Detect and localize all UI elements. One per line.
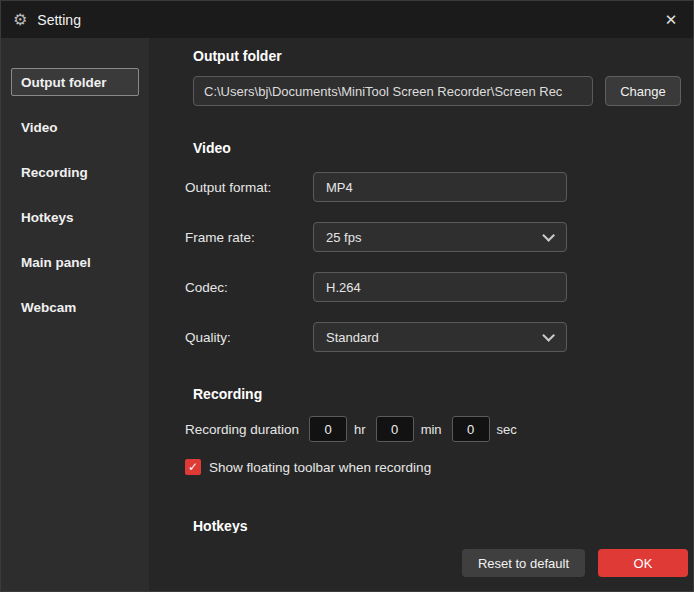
quality-row: Quality: Standard [185, 322, 681, 352]
output-format-field[interactable]: MP4 [313, 172, 567, 202]
sidebar: Output folder Video Recording Hotkeys Ma… [1, 38, 149, 592]
chevron-down-icon [542, 329, 555, 342]
hotkeys-section-title: Hotkeys [193, 518, 681, 533]
sidebar-item-label: Output folder [21, 75, 106, 90]
frame-rate-value: 25 fps [326, 230, 361, 245]
output-folder-path-value: C:\Users\bj\Documents\MiniTool Screen Re… [204, 84, 562, 99]
change-folder-button[interactable]: Change [605, 76, 681, 106]
codec-value: H.264 [326, 280, 361, 295]
sidebar-item-main-panel[interactable]: Main panel [11, 248, 139, 276]
change-folder-button-label: Change [620, 84, 666, 99]
check-icon: ✓ [188, 461, 198, 473]
close-button[interactable]: ✕ [649, 1, 693, 38]
quality-value: Standard [326, 330, 379, 345]
output-format-value: MP4 [326, 180, 353, 195]
video-section-title: Video [193, 140, 681, 156]
sidebar-item-video[interactable]: Video [11, 113, 139, 141]
seconds-unit-label: sec [497, 422, 517, 437]
sidebar-item-label: Video [21, 120, 58, 135]
ok-button-label: OK [634, 556, 653, 571]
output-format-label: Output format: [185, 180, 313, 195]
window-title: Setting [37, 12, 81, 28]
reset-to-default-label: Reset to default [478, 556, 569, 571]
sidebar-item-label: Main panel [21, 255, 91, 270]
codec-row: Codec: H.264 [185, 272, 681, 302]
floating-toolbar-checkbox-row[interactable]: ✓ Show floating toolbar when recording [185, 458, 681, 476]
settings-scroll-content: Output folder C:\Users\bj\Documents\Mini… [149, 38, 694, 533]
sidebar-item-label: Hotkeys [21, 210, 74, 225]
footer-bar: Reset to default OK [149, 533, 694, 592]
sidebar-item-label: Recording [21, 165, 88, 180]
recording-section-title: Recording [193, 386, 681, 402]
recording-duration-label: Recording duration [185, 422, 299, 437]
titlebar: ⚙ Setting ✕ [1, 1, 693, 38]
output-folder-section-title: Output folder [193, 48, 681, 64]
frame-rate-label: Frame rate: [185, 230, 313, 245]
settings-main-panel: Output folder C:\Users\bj\Documents\Mini… [149, 38, 694, 592]
reset-to-default-button[interactable]: Reset to default [462, 549, 585, 577]
duration-minutes-input[interactable] [376, 416, 414, 442]
duration-hours-input[interactable] [309, 416, 347, 442]
codec-field[interactable]: H.264 [313, 272, 567, 302]
minutes-unit-label: min [421, 422, 442, 437]
frame-rate-row: Frame rate: 25 fps [185, 222, 681, 252]
duration-seconds-input[interactable] [452, 416, 490, 442]
quality-dropdown[interactable]: Standard [313, 322, 567, 352]
window-body: Output folder Video Recording Hotkeys Ma… [1, 38, 693, 592]
gear-icon: ⚙ [13, 12, 27, 28]
sidebar-item-output-folder[interactable]: Output folder [11, 68, 139, 96]
frame-rate-dropdown[interactable]: 25 fps [313, 222, 567, 252]
chevron-down-icon [542, 229, 555, 242]
ok-button[interactable]: OK [598, 549, 688, 577]
recording-duration-row: Recording duration hr min sec [185, 416, 681, 442]
floating-toolbar-checkbox-label: Show floating toolbar when recording [209, 460, 431, 475]
output-folder-path-field[interactable]: C:\Users\bj\Documents\MiniTool Screen Re… [193, 76, 593, 106]
output-format-row: Output format: MP4 [185, 172, 681, 202]
sidebar-item-webcam[interactable]: Webcam [11, 293, 139, 321]
codec-label: Codec: [185, 280, 313, 295]
hours-unit-label: hr [354, 422, 366, 437]
output-folder-row: C:\Users\bj\Documents\MiniTool Screen Re… [193, 76, 681, 106]
sidebar-item-label: Webcam [21, 300, 76, 315]
close-icon: ✕ [665, 11, 678, 29]
sidebar-item-recording[interactable]: Recording [11, 158, 139, 186]
sidebar-item-hotkeys[interactable]: Hotkeys [11, 203, 139, 231]
checkbox-checked-icon[interactable]: ✓ [185, 459, 201, 475]
quality-label: Quality: [185, 330, 313, 345]
